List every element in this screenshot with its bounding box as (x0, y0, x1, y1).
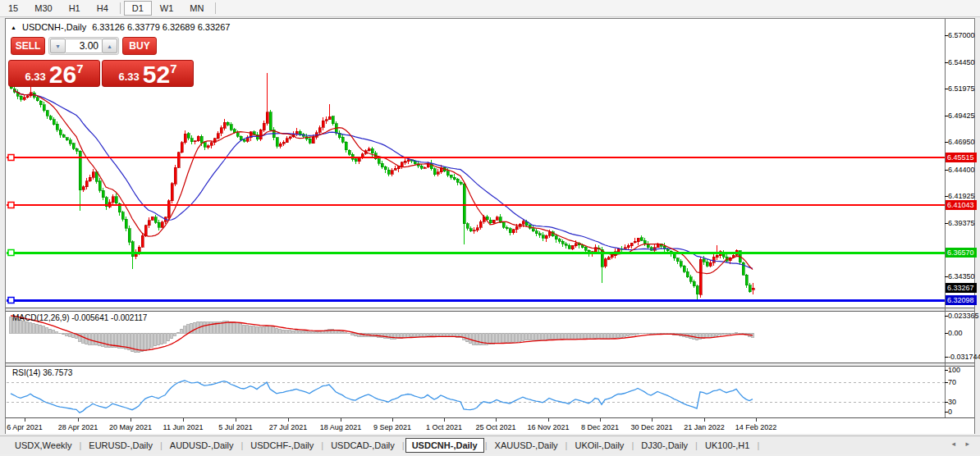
date-tick (78, 418, 79, 422)
sell-price-display[interactable]: 6.33 26 7 (8, 60, 100, 87)
rsi-canvas[interactable] (7, 367, 945, 417)
date-tick (183, 418, 184, 422)
date-label: 21 Jan 2022 (675, 423, 733, 431)
price-axis-label: 6.57000 (948, 31, 974, 39)
terminal-root: 15M30H1H4D1W1MN ▲ USDCNH-,Daily 6.33126 … (0, 0, 980, 456)
macd-label: MACD(12,26,9) -0.005641 -0.002117 (12, 313, 147, 322)
price-level-badge: 6.32098 (946, 295, 977, 305)
date-tick (392, 418, 393, 422)
volume-increase-button[interactable]: ▲ (102, 39, 117, 53)
symbol-tab-usdchf-[interactable]: USDCHF-,Daily (244, 439, 320, 452)
price-level-badge: 6.33267 (946, 283, 977, 293)
date-label: 14 Feb 2022 (727, 423, 785, 431)
timeframe-toolbar: 15M30H1H4D1W1MN (0, 0, 980, 17)
rsi-axis-label: 30 (948, 398, 974, 406)
tab-separator: | (695, 440, 698, 450)
date-label: 8 Dec 2021 (571, 423, 629, 431)
price-level-badge: 6.41043 (946, 200, 977, 210)
date-label: 18 Aug 2021 (312, 423, 369, 431)
volume-decrease-button[interactable]: ▼ (50, 39, 66, 53)
buy-button[interactable]: BUY (122, 37, 157, 55)
volume-input[interactable] (66, 39, 102, 53)
date-tick (548, 418, 549, 422)
symbol-tab-usdx[interactable]: USDX,Weekly (8, 439, 78, 452)
timeframe-button-15[interactable]: 15 (0, 1, 26, 16)
date-tick (756, 418, 757, 422)
rsi-axis-label: 0 (948, 408, 974, 416)
price-axis-label: 6.44400 (948, 166, 974, 174)
date-label: 30 Dec 2021 (623, 423, 680, 431)
date-label: 28 Apr 2021 (49, 423, 107, 431)
sell-button[interactable]: SELL (11, 37, 45, 55)
macd-axis-label: 0.00 (948, 329, 974, 337)
date-tick (341, 418, 341, 422)
timeframe-button-h4[interactable]: H4 (89, 1, 117, 16)
tab-scroll-arrows[interactable]: ◂ ▸ (951, 440, 973, 448)
symbol-tab-eurusd-[interactable]: EURUSD-,Daily (82, 439, 159, 452)
price-axis-label: 6.51975 (948, 84, 974, 93)
rsi-axis-label: 100 (948, 366, 974, 374)
date-tick (25, 418, 25, 422)
macd-axis-label: 0.023365 (948, 312, 974, 320)
date-tick (600, 418, 601, 422)
date-label: 6 Apr 2021 (0, 423, 53, 431)
toolbar-separator (120, 2, 121, 14)
date-label: 27 Jul 2021 (259, 423, 317, 431)
date-tick (236, 418, 236, 422)
date-label: 20 May 2021 (102, 423, 159, 431)
tab-separator: | (321, 440, 323, 450)
price-axis-divider (945, 19, 946, 417)
price-axis-label: 6.46950 (948, 138, 974, 146)
symbol-tab-bar: USDX,Weekly|EURUSD-,Daily|AUDUSD-,Daily|… (0, 435, 980, 454)
date-label: 11 Jun 2021 (154, 423, 212, 431)
timeframe-button-mn[interactable]: MN (181, 1, 212, 16)
timeframe-button-w1[interactable]: W1 (152, 1, 182, 16)
date-label: 9 Sep 2021 (364, 423, 421, 431)
chart-ohlc-values: 6.33126 6.33779 6.32689 6.33267 (92, 22, 230, 32)
volume-spinner: ▼ ▲ (48, 37, 119, 55)
tab-separator: | (79, 440, 81, 450)
buy-price-pips: 52 (143, 64, 170, 85)
symbol-tab-dj30-[interactable]: DJ30-,Daily (634, 439, 694, 452)
date-label: 25 Oct 2021 (467, 423, 524, 431)
collapse-icon[interactable]: ▲ (11, 25, 16, 30)
date-tick (131, 418, 131, 422)
tab-separator: | (566, 440, 568, 450)
date-tick (444, 418, 445, 422)
symbol-tab-audusd-[interactable]: AUDUSD-,Daily (163, 439, 240, 452)
price-axis-label: 6.41925 (948, 192, 974, 200)
chart-window: ▲ USDCNH-,Daily 6.33126 6.33779 6.32689 … (5, 18, 975, 434)
symbol-tab-usdcnh-[interactable]: USDCNH-,Daily (405, 438, 484, 453)
chart-symbol-title: USDCNH-,Daily (22, 22, 86, 32)
one-click-trade-panel: SELL ▼ ▲ BUY 6.33 26 7 6.33 52 7 (8, 37, 195, 88)
tab-separator: | (631, 440, 634, 450)
timeframe-button-h1[interactable]: H1 (61, 1, 89, 16)
price-level-badge: 6.36570 (946, 248, 977, 258)
tab-separator: | (485, 440, 488, 450)
date-tick (496, 418, 497, 422)
date-axis[interactable]: 6 Apr 202128 Apr 202120 May 202111 Jun 2… (6, 417, 974, 434)
symbol-tab-uk100-[interactable]: UK100-,H1 (698, 439, 756, 452)
macd-axis-label: -0.031744 (948, 353, 974, 361)
tab-separator: | (402, 440, 405, 450)
macd-canvas[interactable] (7, 312, 945, 363)
buy-price-fraction: 7 (170, 62, 176, 75)
toolbar-separator (215, 2, 216, 14)
symbol-tab-usdcad-[interactable]: USDCAD-,Daily (324, 439, 401, 452)
rsi-axis-label: 70 (948, 378, 974, 386)
timeframe-button-d1[interactable]: D1 (124, 1, 152, 16)
tab-separator: | (160, 440, 163, 450)
chart-header: ▲ USDCNH-,Daily 6.33126 6.33779 6.32689 … (11, 22, 230, 32)
tab-separator: | (757, 440, 759, 450)
date-tick (652, 418, 653, 422)
price-axis-label: 6.54450 (948, 58, 974, 66)
price-axis-label: 6.39375 (948, 219, 974, 227)
price-axis-label: 6.34350 (948, 272, 974, 280)
sell-price-pips: 26 (49, 64, 76, 85)
buy-price-display[interactable]: 6.33 52 7 (102, 60, 194, 87)
symbol-tab-xauusd-[interactable]: XAUUSD-,Daily (488, 439, 565, 452)
sell-price-fraction: 7 (76, 62, 83, 75)
symbol-tab-ukoil-[interactable]: UKOil-,Daily (568, 439, 630, 452)
date-label: 5 Jul 2021 (207, 423, 264, 431)
timeframe-button-m30[interactable]: M30 (26, 1, 60, 16)
